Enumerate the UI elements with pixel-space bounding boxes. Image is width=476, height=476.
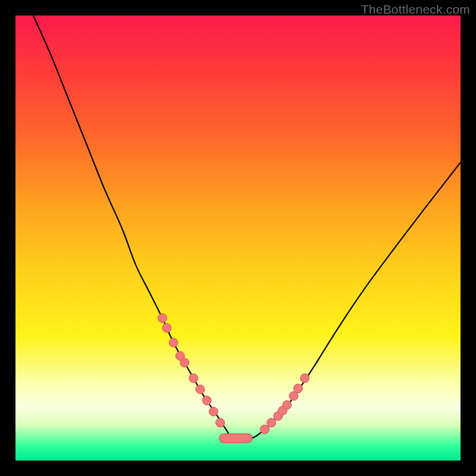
watermark-text: TheBottleneck.com [361,2,470,17]
curve-dot [158,314,167,322]
curve-dot [293,384,302,393]
curve-markers [158,314,309,443]
curve-dot [169,338,178,347]
chart-svg [15,15,461,461]
plot-area [15,15,461,461]
curve-dot [202,396,211,405]
bottleneck-curve [33,15,461,440]
curve-dot [216,418,225,427]
curve-dot [283,400,292,409]
curve-dot [209,407,218,416]
curve-dot [180,358,189,367]
curve-dot [162,324,171,333]
curve-dot [300,374,309,383]
curve-dot [267,418,276,427]
curve-dot [260,425,269,434]
curve-dot [196,385,205,394]
trough-pill [220,434,252,443]
curve-dot [189,374,198,383]
